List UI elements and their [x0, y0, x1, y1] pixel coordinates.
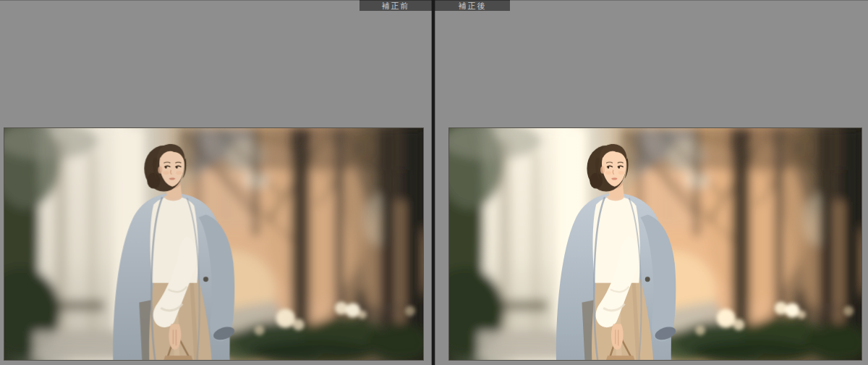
after-photo-image: [449, 128, 861, 360]
before-tab-label: 補正前: [359, 0, 432, 11]
before-photo-image: [4, 128, 423, 360]
after-tab-label: 補正後: [435, 0, 510, 11]
compare-view: 補正前 補正後: [0, 0, 868, 365]
after-photo[interactable]: [448, 127, 862, 361]
pane-divider: [432, 0, 435, 365]
before-photo[interactable]: [4, 127, 424, 361]
